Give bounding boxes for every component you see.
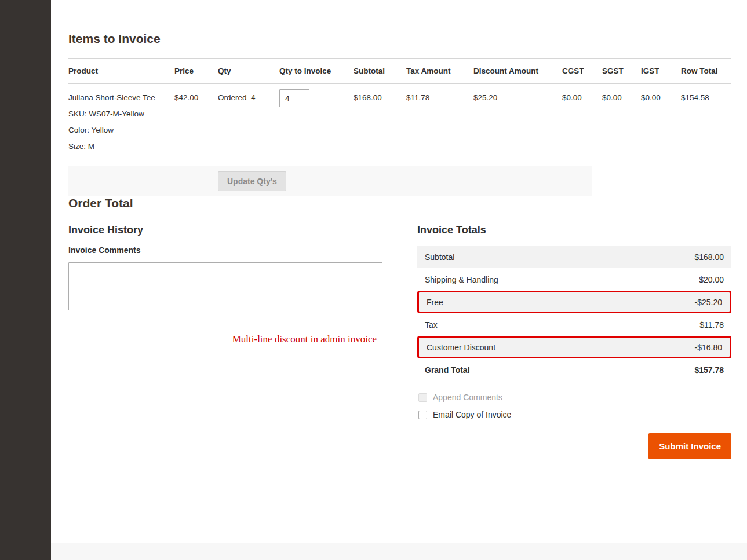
admin-sidebar [0, 0, 51, 560]
totals-label: Customer Discount [427, 343, 495, 352]
invoice-history-title: Invoice History [68, 224, 382, 236]
qty-ordered-value: 4 [251, 93, 256, 102]
column-header-qty: Qty [218, 59, 279, 84]
igst-cell: $0.00 [641, 84, 681, 159]
totals-row-free-discount: Free -$25.20 [417, 291, 731, 313]
row-total-cell: $154.58 [681, 84, 731, 159]
invoice-totals-table: Subtotal $168.00 Shipping & Handling $20… [417, 246, 731, 381]
size-label: Size: [68, 142, 86, 151]
totals-label: Shipping & Handling [425, 275, 498, 284]
qty-cell: Ordered 4 [218, 84, 279, 159]
totals-value: $11.78 [699, 320, 724, 330]
totals-value: $20.00 [699, 275, 724, 284]
items-to-invoice-table: Product Price Qty Qty to Invoice Subtota… [68, 58, 731, 158]
update-qty-strip: Update Qty's [68, 166, 592, 196]
totals-value: -$25.20 [695, 298, 722, 307]
qty-ordered-label: Ordered [218, 93, 247, 102]
totals-value: $168.00 [694, 252, 724, 262]
totals-row-tax: Tax $11.78 [417, 313, 731, 336]
product-name: Juliana Short-Sleeve Tee [68, 93, 169, 102]
size-value: M [88, 142, 94, 151]
invoice-history-panel: Invoice History Invoice Comments Multi-l… [68, 224, 382, 459]
totals-row-shipping: Shipping & Handling $20.00 [417, 268, 731, 291]
color-label: Color: [68, 126, 89, 134]
tax-amount-cell: $11.78 [406, 84, 473, 159]
product-color: Color: Yellow [68, 126, 169, 134]
totals-row-customer-discount: Customer Discount -$16.80 [417, 336, 731, 358]
submit-area: Submit Invoice [417, 433, 731, 459]
column-header-product: Product [68, 59, 174, 84]
main-content: Items to Invoice Product Price Qty Qty t… [51, 0, 747, 543]
sku-label: SKU: [68, 109, 87, 118]
invoice-totals-panel: Invoice Totals Subtotal $168.00 Shipping… [417, 224, 731, 459]
invoice-comments-label: Invoice Comments [68, 246, 382, 255]
totals-value: -$16.80 [695, 343, 722, 352]
column-header-subtotal: Subtotal [354, 59, 406, 84]
invoice-totals-title: Invoice Totals [417, 224, 731, 236]
totals-label: Tax [425, 320, 438, 330]
append-comments-checkbox [418, 393, 427, 402]
qty-to-invoice-cell [279, 84, 354, 159]
update-qty-button[interactable]: Update Qty's [218, 171, 286, 191]
discount-amount-cell: $25.20 [473, 84, 562, 159]
product-size: Size: M [68, 142, 169, 151]
email-copy-label: Email Copy of Invoice [433, 410, 511, 419]
column-header-qty-to-invoice: Qty to Invoice [279, 59, 354, 84]
totals-label: Grand Total [425, 365, 470, 375]
product-sku: SKU: WS07-M-Yellow [68, 109, 169, 118]
submit-invoice-button[interactable]: Submit Invoice [648, 433, 731, 459]
column-header-price: Price [174, 59, 218, 84]
page-footer [51, 543, 747, 560]
order-total-title: Order Total [68, 196, 731, 210]
table-header-row: Product Price Qty Qty to Invoice Subtota… [68, 59, 731, 84]
price-cell: $42.00 [174, 84, 218, 159]
sku-value: WS07-M-Yellow [89, 109, 144, 118]
sgst-cell: $0.00 [602, 84, 641, 159]
totals-row-grand-total: Grand Total $157.78 [417, 358, 731, 381]
subtotal-cell: $168.00 [354, 84, 406, 159]
column-header-discount-amount: Discount Amount [473, 59, 562, 84]
append-comments-label: Append Comments [433, 393, 502, 402]
totals-label: Free [427, 298, 443, 307]
table-row: Juliana Short-Sleeve Tee SKU: WS07-M-Yel… [68, 84, 731, 159]
totals-value: $157.78 [694, 365, 724, 375]
email-copy-row: Email Copy of Invoice [417, 410, 731, 419]
product-cell: Juliana Short-Sleeve Tee SKU: WS07-M-Yel… [68, 84, 174, 159]
order-total-columns: Invoice History Invoice Comments Multi-l… [68, 224, 731, 459]
items-to-invoice-title: Items to Invoice [68, 32, 731, 46]
column-header-igst: IGST [641, 59, 681, 84]
discount-annotation: Multi-line discount in admin invoice [68, 334, 382, 345]
totals-label: Subtotal [425, 252, 454, 262]
column-header-sgst: SGST [602, 59, 641, 84]
color-value: Yellow [92, 126, 114, 134]
email-copy-checkbox[interactable] [418, 411, 427, 419]
cgst-cell: $0.00 [562, 84, 602, 159]
column-header-row-total: Row Total [681, 59, 731, 84]
column-header-tax-amount: Tax Amount [406, 59, 473, 84]
totals-row-subtotal: Subtotal $168.00 [417, 246, 731, 268]
invoice-comments-textarea[interactable] [68, 262, 382, 310]
column-header-cgst: CGST [562, 59, 602, 84]
qty-to-invoice-input[interactable] [279, 89, 309, 107]
append-comments-row: Append Comments [417, 393, 731, 402]
